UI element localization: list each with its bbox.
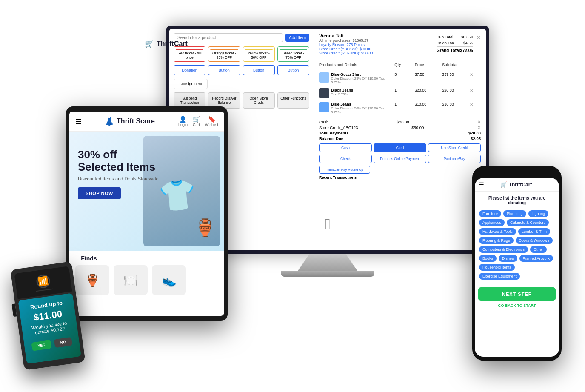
phone-hamburger-icon[interactable]: ☰: [479, 181, 484, 188]
terminal-yes-button[interactable]: YES: [31, 340, 51, 351]
store-credit-pay-btn[interactable]: Use Store Credit: [428, 143, 481, 152]
terminal-buttons: YES NO: [28, 336, 75, 351]
cart-nav-item[interactable]: 🛒 Cart: [193, 116, 200, 127]
product-search-input[interactable]: [174, 33, 283, 42]
hero-headline: 30% off Selected Items: [78, 149, 159, 173]
online-pay-btn[interactable]: Process Online Payment: [374, 155, 426, 163]
product-thumb-3: [319, 102, 329, 112]
remove-cash-icon[interactable]: ✕: [477, 120, 481, 124]
open-store-credit-btn[interactable]: Open Store Credit: [243, 92, 275, 109]
orange-ticket[interactable]: Orange ticket - 25% OFF: [208, 46, 240, 62]
phone-prompt-text: Please list the items you are donating: [479, 196, 555, 205]
total-payments-row: Total Payments $70.00: [319, 131, 481, 135]
monitor-base: [281, 271, 374, 277]
apple-logo: : [325, 215, 330, 233]
cash-pay-btn[interactable]: Cash: [319, 143, 372, 152]
go-back-button[interactable]: GO BACK TO START: [478, 301, 556, 310]
remove-product-3[interactable]: ✕: [470, 102, 481, 107]
remove-product-1[interactable]: ✕: [470, 72, 481, 77]
tablet-logo: 👗 Thrift Score: [105, 117, 155, 126]
mobile-phone: ☰ 🛒 ThriftCart Please list the items you…: [472, 166, 562, 361]
cat-dishes[interactable]: Dishes: [499, 255, 517, 262]
cat-furniture[interactable]: Furniture: [479, 210, 501, 217]
terminal-screen: Round up to $11.00 Would you like to don…: [18, 293, 81, 363]
phone-frame: ☰ 🛒 ThriftCart Please list the items you…: [472, 166, 562, 361]
cat-doors[interactable]: Doors & Windows: [516, 237, 553, 244]
customer-all-time: All time purchases: $1665.27: [319, 38, 373, 43]
cat-household[interactable]: Household Items: [479, 264, 515, 271]
tablet-finds: ... Finds 🏺 🍽️ 👟: [69, 251, 224, 299]
pos-search-header: Add Item: [174, 33, 309, 42]
red-ticket[interactable]: Red ticket - full price: [174, 46, 205, 62]
customer-loyalty[interactable]: Loyalty Reward 275 Points: [319, 43, 373, 47]
products-table-header: Products and Details Qty Price Subtotal: [319, 61, 481, 69]
find-item-2[interactable]: 🍽️: [114, 265, 148, 295]
cat-lighting[interactable]: Lighting: [528, 210, 549, 217]
product-thumb-1: [319, 72, 329, 83]
cat-flooring[interactable]: Flooring & Rugs: [479, 237, 514, 244]
balance-due-row: Balance Due $2.05: [319, 136, 481, 141]
check-pay-btn[interactable]: Check: [319, 155, 372, 163]
phone-header: ☰ 🛒 ThriftCart: [475, 178, 559, 192]
action-buttons: Donation Button Button Button: [174, 65, 309, 75]
green-ticket[interactable]: Green ticket - 75% OFF: [277, 46, 309, 62]
close-customer-icon[interactable]: ✕: [477, 34, 481, 40]
button-2[interactable]: Button: [243, 65, 275, 75]
recent-transactions-label: Recent Transactions: [319, 175, 481, 180]
shop-now-button[interactable]: SHOP NOW: [78, 187, 121, 199]
cat-computers[interactable]: Computers & Electronics: [479, 246, 528, 253]
cat-appliances[interactable]: Appliances: [479, 219, 505, 226]
top-thriftcart-logo: 🛒 ThriftCart: [145, 39, 188, 49]
terminal-nfc-icon: 📶: [35, 274, 51, 289]
donation-button[interactable]: Donation: [174, 65, 205, 75]
ebay-pay-btn[interactable]: Paid on eBay: [428, 155, 481, 163]
cat-other[interactable]: Other: [530, 246, 547, 253]
login-nav-item[interactable]: 👤 Login: [178, 116, 188, 127]
top-logo-cart-icon: 🛒: [145, 39, 154, 49]
wishlist-nav-item[interactable]: 🔖 Wishlist: [205, 116, 218, 127]
customer-refund[interactable]: Store Credit (REFUND): $50.00: [319, 51, 373, 55]
cat-cabinets[interactable]: Cabinets & Counters: [507, 219, 549, 226]
payment-buttons: Cash Card Use Store Credit: [319, 143, 481, 152]
payment-section: Cash $20.00 ✕ Store Credit_ABC123 $50.00…: [319, 120, 481, 141]
tablet-nav: ☰ 👗 Thrift Score 👤 Login 🛒 Cart: [69, 112, 224, 132]
remove-store-credit-icon[interactable]: ✕: [477, 125, 481, 130]
button-1[interactable]: Button: [208, 65, 240, 75]
tablet-hero: 30% off Selected Items Discounted Items …: [69, 132, 224, 251]
phone-footer: NEXT STEP GO BACK TO START: [475, 284, 559, 314]
cat-hardware[interactable]: Hardware & Tools: [479, 228, 516, 235]
consignment-button[interactable]: Consignment: [174, 79, 208, 89]
find-item-1[interactable]: 🏺: [75, 265, 109, 295]
cat-exercise[interactable]: Exercise Equipment: [479, 273, 520, 280]
terminal-no-button[interactable]: NO: [54, 337, 73, 348]
cat-plumbing[interactable]: Plumbing: [503, 210, 526, 217]
find-item-3[interactable]: 👟: [152, 265, 186, 295]
grandtotal-row: Grand Total $72.05: [437, 46, 473, 53]
monitor-stand: [298, 254, 357, 271]
cat-framed-artwork[interactable]: Framed Artwork: [519, 255, 554, 262]
cash-payment-row: Cash $20.00 ✕: [319, 120, 481, 124]
customer-header: Vienna Taft All time purchases: $1665.27…: [319, 33, 481, 58]
card-pay-btn[interactable]: Card: [374, 143, 426, 152]
customer-store-credit[interactable]: Store Credit (ABC123): $90.00: [319, 47, 373, 51]
yellow-ticket[interactable]: Yellow ticket - 50% OFF: [243, 46, 275, 62]
tablet-nav-icons: 👤 Login 🛒 Cart 🔖 Wishlist: [178, 116, 218, 127]
button-3[interactable]: Button: [277, 65, 309, 75]
tablet-frame: ☰ 👗 Thrift Score 👤 Login 🛒 Cart: [66, 106, 228, 321]
product-row-1: Blue Gucci Shirt Color Discount 25% Off …: [319, 71, 481, 86]
phone-notch: [504, 170, 530, 176]
finds-grid: 🏺 🍽️ 👟: [75, 265, 218, 295]
hero-sub: Discounted Items and Deals Storewide: [78, 176, 159, 181]
other-functions-btn[interactable]: Other Functions: [277, 92, 309, 109]
cat-lumber[interactable]: Lumber & Trim: [518, 228, 550, 235]
remove-product-2[interactable]: ✕: [470, 88, 481, 93]
category-grid: Furniture Plumbing Lighting Appliances C…: [479, 210, 555, 280]
add-item-button[interactable]: Add Item: [285, 34, 309, 42]
product-row-2: Black Jeans Tax: 5.75% 1 $20.00 $20.00 ✕: [319, 86, 481, 100]
phone-body: Please list the items you are donating F…: [475, 192, 559, 284]
tablet: ☰ 👗 Thrift Score 👤 Login 🛒 Cart: [66, 106, 228, 321]
hamburger-icon[interactable]: ☰: [75, 117, 81, 126]
cat-books[interactable]: Books: [479, 255, 497, 262]
next-step-button[interactable]: NEXT STEP: [478, 287, 556, 301]
roundup-pay-btn[interactable]: ThriftCart Pay Round Up: [319, 166, 370, 174]
